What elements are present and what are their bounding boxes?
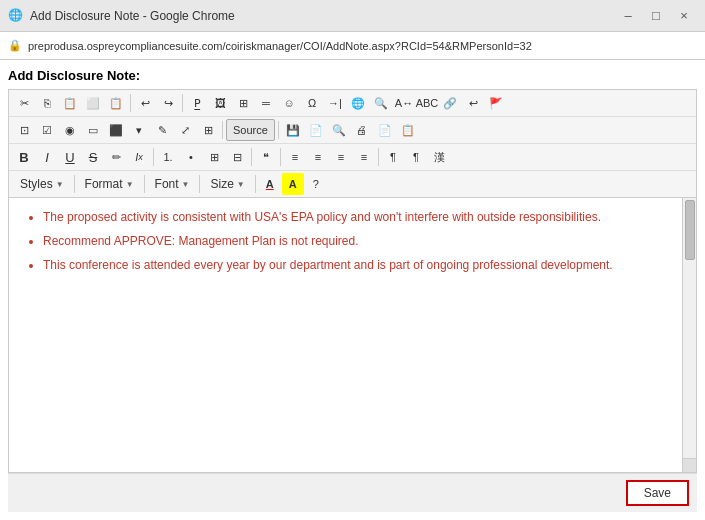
close-button[interactable]: × [671, 6, 697, 26]
highlight-button[interactable]: ✏ [105, 146, 127, 168]
editor-content: The proposed activity is consistent with… [23, 208, 682, 274]
maximize-button[interactable]: □ [643, 6, 669, 26]
decrease-indent-button[interactable]: ⊟ [226, 146, 248, 168]
styles-label: Styles [20, 177, 53, 191]
replace-button[interactable]: A↔ [393, 92, 415, 114]
spell-check-button[interactable]: ABC [416, 92, 438, 114]
scroll-corner [682, 458, 696, 472]
separator [153, 148, 154, 166]
separator [222, 121, 223, 139]
smiley-button[interactable]: ☺ [278, 92, 300, 114]
horizontal-rule-button[interactable]: ═ [255, 92, 277, 114]
paste-word-button[interactable]: 📋 [105, 92, 127, 114]
remove-format-button[interactable]: Ix [128, 146, 150, 168]
window-controls: – □ × [615, 6, 697, 26]
redo-button[interactable]: ↪ [157, 92, 179, 114]
print-button[interactable]: 🖨 [351, 119, 373, 141]
toolbar-row-3: B I U S ✏ Ix 1. • ⊞ ⊟ ❝ ≡ ≡ ≡ ≡ ¶ ¶ 漢 [9, 144, 696, 171]
separator [255, 175, 256, 193]
bottom-bar: Save [8, 473, 697, 512]
separator [251, 148, 252, 166]
align-right-button[interactable]: ≡ [330, 146, 352, 168]
format-arrow: ▼ [126, 180, 134, 189]
font-arrow: ▼ [182, 180, 190, 189]
undo-button[interactable]: ↩ [134, 92, 156, 114]
unordered-list-button[interactable]: • [180, 146, 202, 168]
paste-text-button[interactable]: ⬜ [82, 92, 104, 114]
checked-button[interactable]: ☑ [36, 119, 58, 141]
layout-button[interactable]: ⊞ [197, 119, 219, 141]
chrome-icon: 🌐 [8, 8, 24, 24]
font-dropdown[interactable]: Font ▼ [148, 173, 197, 195]
select-btn[interactable]: ▾ [128, 119, 150, 141]
button-btn[interactable]: ⬛ [105, 119, 127, 141]
bidi-ltr-button[interactable]: ¶ [405, 146, 427, 168]
template-button[interactable]: 📋 [397, 119, 419, 141]
scroll-thumb[interactable] [685, 200, 695, 260]
source-button[interactable]: Source [226, 119, 275, 141]
styles-arrow: ▼ [56, 180, 64, 189]
url-text[interactable]: preprodusa.ospreycompliancesuite.com/coi… [28, 40, 532, 52]
preview-button[interactable]: 🔍 [328, 119, 350, 141]
special-char-button[interactable]: Ω [301, 92, 323, 114]
text-field-button[interactable]: ▭ [82, 119, 104, 141]
edit-button[interactable]: ✎ [151, 119, 173, 141]
address-bar: 🔒 preprodusa.ospreycompliancesuite.com/c… [0, 32, 705, 60]
show-blocks-button[interactable]: ¶ [382, 146, 404, 168]
separator [199, 175, 200, 193]
copy-button[interactable]: ⎘ [36, 92, 58, 114]
image-button[interactable]: 🖼 [209, 92, 231, 114]
background-color-button[interactable]: A [282, 173, 304, 195]
separator [278, 121, 279, 139]
language-button[interactable]: 漢 [428, 146, 450, 168]
save-draft-button[interactable]: 💾 [282, 119, 304, 141]
separator [182, 94, 183, 112]
insert-button[interactable]: →| [324, 92, 346, 114]
bold-button[interactable]: B [13, 146, 35, 168]
flag-button[interactable]: 🚩 [485, 92, 507, 114]
cut-button[interactable]: ✂ [13, 92, 35, 114]
toolbar-row-4: Styles ▼ Format ▼ Font ▼ Size ▼ A A ? [9, 171, 696, 197]
table-button[interactable]: ⊞ [232, 92, 254, 114]
radio-button[interactable]: ◉ [59, 119, 81, 141]
increase-indent-button[interactable]: ⊞ [203, 146, 225, 168]
hyperlink-button[interactable]: 🔗 [439, 92, 461, 114]
main-content: Add Disclosure Note: ✂ ⎘ 📋 ⬜ 📋 ↩ ↪ P̲ 🖼 … [0, 60, 705, 520]
minimize-button[interactable]: – [615, 6, 641, 26]
styles-dropdown[interactable]: Styles ▼ [13, 173, 71, 195]
align-center-button[interactable]: ≡ [307, 146, 329, 168]
lock-icon: 🔒 [8, 39, 22, 52]
find-button[interactable]: 🔍 [370, 92, 392, 114]
link-button[interactable]: 🌐 [347, 92, 369, 114]
window-title: Add Disclosure Note - Google Chrome [30, 9, 615, 23]
strikethrough-button[interactable]: S [82, 146, 104, 168]
blockquote-button[interactable]: ❝ [255, 146, 277, 168]
page-title: Add Disclosure Note: [8, 68, 697, 83]
size-dropdown[interactable]: Size ▼ [203, 173, 251, 195]
editor-toolbar: ✂ ⎘ 📋 ⬜ 📋 ↩ ↪ P̲ 🖼 ⊞ ═ ☺ Ω →| 🌐 🔍 A↔ ABC… [8, 89, 697, 198]
editor-area[interactable]: The proposed activity is consistent with… [8, 198, 697, 473]
format-p-button[interactable]: P̲ [186, 92, 208, 114]
list-item: The proposed activity is consistent with… [43, 208, 682, 226]
size-arrow: ▼ [237, 180, 245, 189]
unlink-button[interactable]: ↩ [462, 92, 484, 114]
underline-button[interactable]: U [59, 146, 81, 168]
font-label: Font [155, 177, 179, 191]
ordered-list-button[interactable]: 1. [157, 146, 179, 168]
help-button[interactable]: ? [305, 173, 327, 195]
document-button[interactable]: 📄 [374, 119, 396, 141]
size-label: Size [210, 177, 233, 191]
maximize-editor-button[interactable]: ⤢ [174, 119, 196, 141]
format-dropdown[interactable]: Format ▼ [78, 173, 141, 195]
checkbox-button[interactable]: ⊡ [13, 119, 35, 141]
align-left-button[interactable]: ≡ [284, 146, 306, 168]
save-button[interactable]: Save [626, 480, 689, 506]
separator [378, 148, 379, 166]
new-page-button[interactable]: 📄 [305, 119, 327, 141]
paste-button[interactable]: 📋 [59, 92, 81, 114]
align-justify-button[interactable]: ≡ [353, 146, 375, 168]
bullet-list: The proposed activity is consistent with… [23, 208, 682, 274]
italic-button[interactable]: I [36, 146, 58, 168]
scrollbar[interactable] [682, 198, 696, 472]
font-color-button[interactable]: A [259, 173, 281, 195]
